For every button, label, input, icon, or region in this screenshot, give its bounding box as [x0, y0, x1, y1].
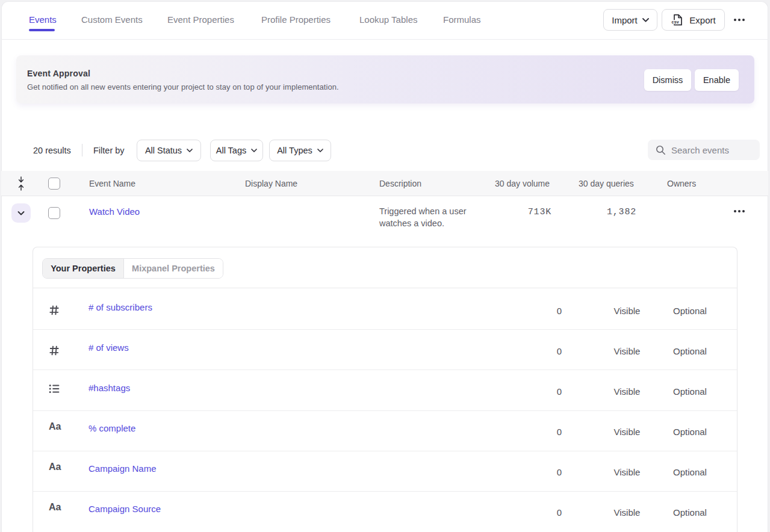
svg-text:csv: csv — [672, 20, 679, 24]
